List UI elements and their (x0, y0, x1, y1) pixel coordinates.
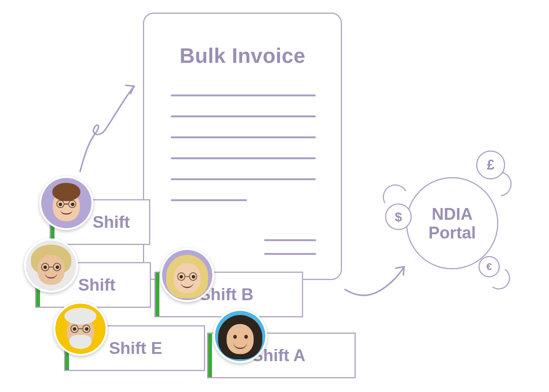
invoice-title: Bulk Invoice (144, 43, 341, 68)
avatar-person-e (53, 302, 108, 356)
invoice-line (171, 94, 316, 96)
avatar-person-a (213, 309, 267, 363)
ndia-portal-bubble: NDIAPortal (406, 177, 498, 269)
invoice-total-line (264, 239, 316, 241)
invoice-total-line (264, 253, 316, 255)
pound-icon: £ (476, 150, 505, 179)
invoice-line (276, 178, 316, 180)
avatar-person-c (39, 176, 93, 230)
avatar-person-d (24, 238, 78, 293)
invoice-line (171, 199, 247, 201)
avatar-person-b (160, 248, 214, 302)
shift-accent (208, 334, 212, 377)
invoice-line (276, 115, 316, 117)
bulk-invoice-document: Bulk Invoice (143, 13, 342, 280)
euro-icon: € (478, 256, 500, 277)
invoice-line (276, 157, 316, 159)
shift-accent (156, 273, 159, 316)
dollar-icon: $ (385, 203, 412, 230)
portal-label: NDIAPortal (429, 205, 476, 242)
invoice-line (276, 136, 316, 138)
